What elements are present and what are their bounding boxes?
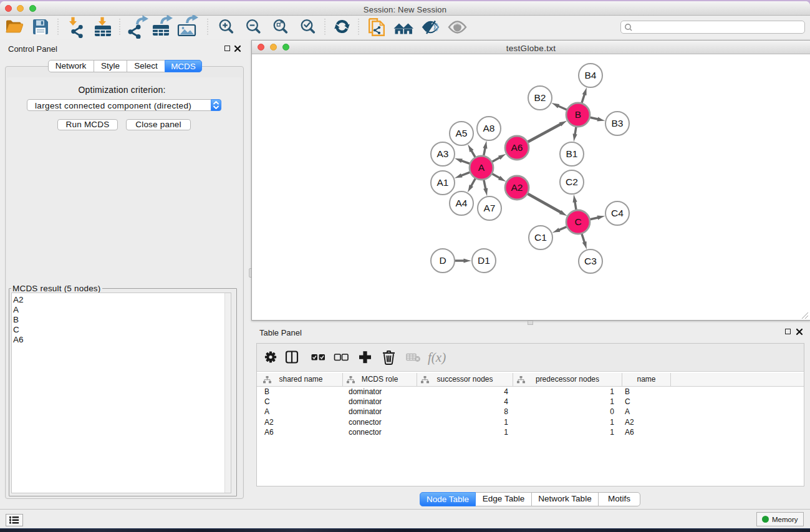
svg-text:B4: B4 <box>585 70 597 80</box>
svg-text:B3: B3 <box>612 118 624 128</box>
svg-text:C: C <box>574 216 581 227</box>
svg-text:D: D <box>439 255 446 266</box>
svg-text:A4: A4 <box>456 198 468 208</box>
svg-text:D1: D1 <box>478 255 490 266</box>
svg-text:f(x): f(x) <box>428 350 446 365</box>
svg-text:A7: A7 <box>484 203 496 213</box>
svg-text:B: B <box>575 109 581 120</box>
svg-text:A1: A1 <box>437 177 449 188</box>
svg-text:A3: A3 <box>437 148 449 159</box>
svg-text:A6: A6 <box>511 142 523 153</box>
svg-text:C4: C4 <box>611 208 624 218</box>
svg-text:A8: A8 <box>483 123 495 133</box>
svg-text:A2: A2 <box>511 182 523 193</box>
svg-text:C2: C2 <box>566 177 578 187</box>
svg-text:A: A <box>478 162 485 173</box>
svg-text:A5: A5 <box>456 128 468 138</box>
svg-text:C1: C1 <box>534 232 547 243</box>
svg-text:C3: C3 <box>584 256 597 266</box>
svg-text:B2: B2 <box>534 92 546 103</box>
svg-text:B1: B1 <box>566 148 578 159</box>
